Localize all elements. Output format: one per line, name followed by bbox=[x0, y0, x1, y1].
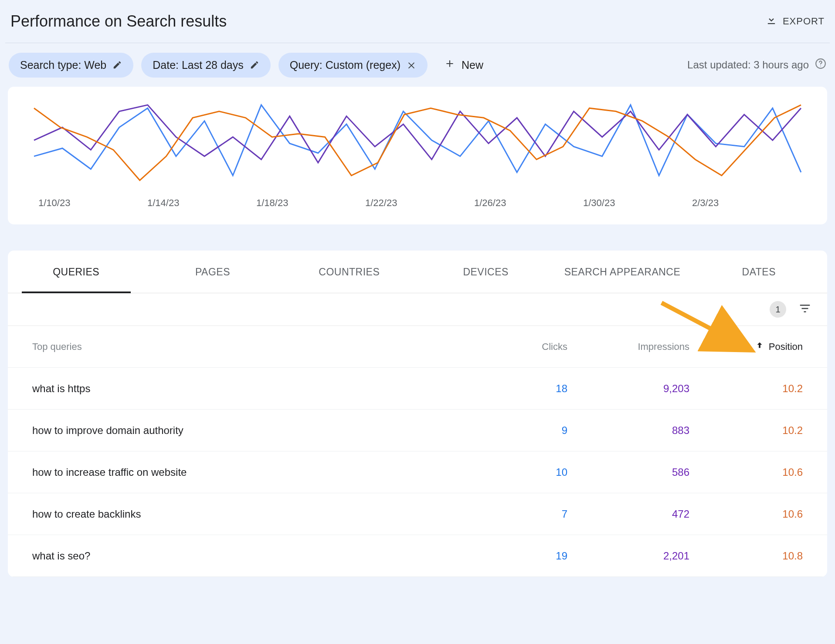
x-tick: 1/30/23 bbox=[583, 197, 692, 209]
tab-countries[interactable]: COUNTRIES bbox=[281, 251, 418, 293]
cell-clicks: 18 bbox=[472, 383, 567, 395]
cell-position: 10.2 bbox=[689, 383, 803, 395]
cell-query: how to create backlinks bbox=[32, 508, 472, 520]
table-tabs: QUERIESPAGESCOUNTRIESDEVICESSEARCH APPEA… bbox=[8, 251, 827, 293]
edit-icon bbox=[112, 60, 122, 70]
cell-query: how to improve domain authority bbox=[32, 424, 472, 437]
tab-queries[interactable]: QUERIES bbox=[8, 251, 144, 293]
table-row[interactable]: what is https189,20310.2 bbox=[8, 368, 827, 410]
last-updated: Last updated: 3 hours ago bbox=[687, 58, 826, 72]
tab-search-appearance[interactable]: SEARCH APPEARANCE bbox=[554, 251, 690, 293]
cell-position: 10.8 bbox=[689, 550, 803, 562]
performance-chart-card: 1/10/231/14/231/18/231/22/231/26/231/30/… bbox=[8, 87, 827, 224]
column-header-clicks[interactable]: Clicks bbox=[472, 341, 567, 353]
x-tick: 1/22/23 bbox=[365, 197, 474, 209]
close-icon[interactable] bbox=[407, 60, 416, 70]
cell-position: 10.6 bbox=[689, 508, 803, 520]
filter-chip-search-type[interactable]: Search type: Web bbox=[9, 53, 133, 78]
x-tick: 2/3/23 bbox=[692, 197, 801, 209]
add-filter-button[interactable]: New bbox=[435, 52, 492, 78]
cell-impressions: 586 bbox=[567, 466, 689, 478]
cell-clicks: 7 bbox=[472, 508, 567, 520]
table-header-row: Top queries Clicks Impressions Position bbox=[8, 326, 827, 368]
export-label: EXPORT bbox=[783, 16, 825, 27]
x-tick: 1/26/23 bbox=[474, 197, 583, 209]
filter-chip-label: Date: Last 28 days bbox=[153, 59, 243, 71]
plus-icon bbox=[444, 58, 455, 72]
table-row[interactable]: what is seo?192,20110.8 bbox=[8, 535, 827, 577]
queries-table-card: QUERIESPAGESCOUNTRIESDEVICESSEARCH APPEA… bbox=[8, 251, 827, 577]
cell-position: 10.2 bbox=[689, 424, 803, 437]
tab-dates[interactable]: DATES bbox=[691, 251, 827, 293]
performance-chart bbox=[8, 87, 827, 187]
filter-icon[interactable] bbox=[798, 302, 811, 317]
filter-chip-label: Query: Custom (regex) bbox=[290, 59, 401, 71]
add-filter-label: New bbox=[462, 59, 483, 71]
last-updated-text: Last updated: 3 hours ago bbox=[687, 59, 809, 71]
chart-series-impressions bbox=[34, 105, 801, 163]
column-header-position-label: Position bbox=[769, 341, 803, 353]
page-title: Performance on Search results bbox=[10, 12, 227, 31]
cell-impressions: 472 bbox=[567, 508, 689, 520]
svg-point-1 bbox=[820, 66, 821, 67]
filter-chip-label: Search type: Web bbox=[20, 59, 106, 71]
cell-clicks: 10 bbox=[472, 466, 567, 478]
filter-chip-date[interactable]: Date: Last 28 days bbox=[141, 53, 270, 78]
cell-query: what is https bbox=[32, 383, 472, 395]
filter-count-badge[interactable]: 1 bbox=[770, 301, 786, 318]
cell-position: 10.6 bbox=[689, 466, 803, 478]
column-header-queries[interactable]: Top queries bbox=[32, 341, 472, 353]
column-header-position[interactable]: Position bbox=[689, 341, 803, 353]
sort-ascending-icon bbox=[755, 341, 764, 353]
table-row[interactable]: how to increase traffic on website105861… bbox=[8, 451, 827, 493]
x-tick: 1/14/23 bbox=[147, 197, 256, 209]
cell-query: how to increase traffic on website bbox=[32, 466, 472, 478]
table-row[interactable]: how to create backlinks747210.6 bbox=[8, 493, 827, 535]
edit-icon bbox=[250, 60, 259, 70]
x-tick: 1/18/23 bbox=[256, 197, 365, 209]
export-button[interactable]: EXPORT bbox=[765, 14, 825, 29]
cell-clicks: 19 bbox=[472, 550, 567, 562]
cell-impressions: 883 bbox=[567, 424, 689, 437]
tab-devices[interactable]: DEVICES bbox=[418, 251, 554, 293]
cell-impressions: 9,203 bbox=[567, 383, 689, 395]
download-icon bbox=[765, 14, 777, 29]
help-icon[interactable] bbox=[815, 58, 826, 72]
filter-chip-query[interactable]: Query: Custom (regex) bbox=[278, 53, 428, 78]
cell-query: what is seo? bbox=[32, 550, 472, 562]
cell-impressions: 2,201 bbox=[567, 550, 689, 562]
column-header-impressions[interactable]: Impressions bbox=[567, 341, 689, 353]
tab-pages[interactable]: PAGES bbox=[144, 251, 281, 293]
cell-clicks: 9 bbox=[472, 424, 567, 437]
x-tick: 1/10/23 bbox=[38, 197, 147, 209]
table-row[interactable]: how to improve domain authority988310.2 bbox=[8, 410, 827, 451]
chart-x-axis: 1/10/231/14/231/18/231/22/231/26/231/30/… bbox=[8, 187, 827, 209]
